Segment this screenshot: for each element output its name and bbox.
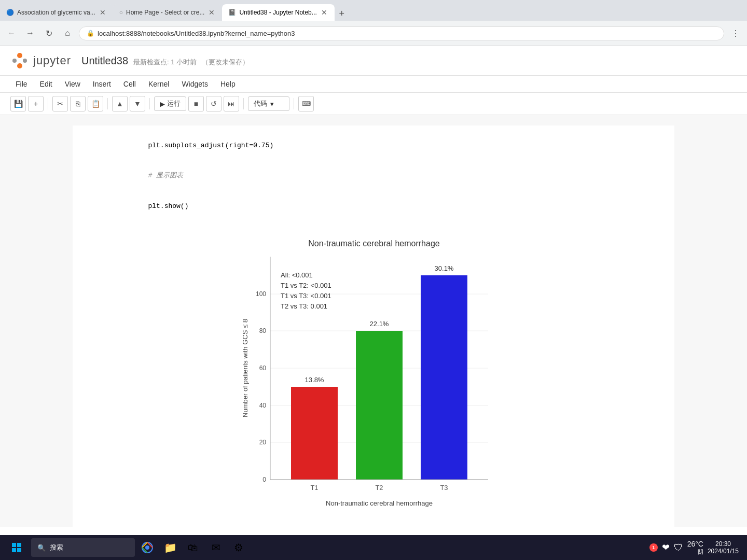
clock-date: 2024/01/15 [708, 548, 739, 555]
taskbar-app-mail[interactable]: ✉ [205, 537, 226, 558]
jupyter-brand-text: jupyter [33, 54, 71, 67]
menu-help[interactable]: Help [215, 78, 241, 90]
chart-title: Non-traumatic cerebral hemorrhage [308, 239, 440, 248]
system-tray: 1 ❤ 🛡 26°C 阴 20:30 2024/01/15 [649, 540, 743, 556]
taskbar-app-settings[interactable]: ⚙ [228, 537, 249, 558]
clock-widget[interactable]: 20:30 2024/01/15 [708, 540, 739, 555]
notebook-title[interactable]: Untitled38 [81, 55, 128, 67]
menu-file[interactable]: File [10, 78, 33, 90]
jupyter-logo-icon [10, 51, 29, 70]
bar-t1-percent: 13.8% [305, 376, 324, 384]
stat-t1t3: T1 vs T3: <0.001 [281, 292, 331, 300]
weather-widget[interactable]: 26°C 阴 [687, 540, 703, 556]
browser-tab-2[interactable]: ○ Home Page - Select or cre... ✕ [113, 4, 223, 21]
menu-insert[interactable]: Insert [88, 78, 116, 90]
reload-button[interactable]: ↻ [42, 26, 56, 40]
back-button[interactable]: ← [4, 26, 19, 40]
taskbar-app-store[interactable]: 🛍 [183, 537, 203, 558]
tab-3-close[interactable]: ✕ [320, 7, 328, 18]
stat-all: All: <0.001 [281, 271, 313, 279]
y-tick-20: 20 [259, 439, 267, 446]
menu-widgets[interactable]: Widgets [176, 78, 213, 90]
bar-t1 [291, 387, 338, 480]
notebook-title-area: Untitled38 最新检查点: 1 小时前 （更改未保存） [81, 55, 249, 67]
toolbar-separator-1 [48, 98, 48, 109]
run-icon: ▶ [160, 100, 165, 108]
address-bar[interactable]: 🔒 localhost:8888/notebooks/Untitled38.ip… [79, 26, 724, 40]
bar-t2 [356, 331, 403, 480]
tab-2-close[interactable]: ✕ [208, 7, 216, 18]
cell-type-dropdown[interactable]: 代码 ▾ [248, 96, 289, 111]
copy-button[interactable]: ⎘ [70, 96, 86, 111]
save-button[interactable]: 💾 [10, 96, 26, 111]
svg-point-3 [23, 59, 27, 63]
taskbar-app-file[interactable]: 📁 [160, 537, 181, 558]
extensions-button[interactable]: ⋮ [728, 26, 743, 40]
tab-1-label: Association of glycemic va... [17, 9, 95, 16]
bar-t3 [421, 275, 467, 480]
taskbar-app-chrome[interactable] [137, 537, 158, 558]
taskbar-search[interactable]: 🔍 搜索 [31, 538, 135, 557]
notebook-content: plt.subplots_adjust(right=0.75) # 显示图表 p… [0, 115, 747, 527]
menu-edit[interactable]: Edit [35, 78, 58, 90]
svg-point-0 [17, 53, 22, 58]
store-icon: 🛍 [188, 542, 198, 554]
code-cell-1[interactable]: plt.subplots_adjust(right=0.75) # 显示图表 p… [73, 125, 674, 527]
add-cell-button[interactable]: + [28, 96, 44, 111]
cut-button[interactable]: ✂ [52, 96, 68, 111]
home-button[interactable]: ⌂ [60, 26, 75, 40]
stat-t1t2: T1 vs T2: <0.001 [281, 282, 331, 289]
menu-view[interactable]: View [60, 78, 86, 90]
tab-1-close[interactable]: ✕ [99, 7, 107, 18]
run-button[interactable]: ▶ 运行 [154, 96, 186, 111]
restart-button[interactable]: ↺ [206, 96, 222, 111]
forward-button[interactable]: → [23, 26, 37, 40]
move-down-button[interactable]: ▼ [130, 96, 145, 111]
svg-point-17 [145, 545, 149, 550]
browser-tab-1[interactable]: 🔵 Association of glycemic va... ✕ [0, 4, 113, 21]
start-button[interactable] [4, 537, 29, 558]
bar-t2-percent: 22.1% [370, 320, 389, 328]
toolbar-separator-2 [107, 98, 108, 109]
y-tick-80: 80 [259, 327, 267, 334]
toolbar-separator-4 [243, 98, 244, 109]
keyboard-shortcuts-button[interactable]: ⌨ [298, 96, 314, 111]
cell-prompt [74, 126, 110, 226]
chart-output: Non-traumatic cerebral hemorrhage [74, 226, 674, 527]
tab-2-label: Home Page - Select or cre... [126, 9, 204, 16]
stat-t2t3: T2 vs T3: 0.001 [281, 302, 327, 310]
y-tick-60: 60 [259, 365, 267, 372]
taskbar-search-label: 搜索 [50, 543, 63, 552]
toolbar-separator-5 [294, 98, 294, 109]
paste-button[interactable]: 📋 [88, 96, 103, 111]
browser-tab-3[interactable]: 📓 Untitled38 - Jupyter Noteb... ✕ [222, 4, 334, 21]
weather-temp: 26°C [687, 540, 703, 548]
address-text: localhost:8888/notebooks/Untitled38.ipyn… [98, 30, 716, 37]
heart-icon: ❤ [662, 542, 670, 553]
new-tab-button[interactable]: + [335, 6, 349, 21]
menu-kernel[interactable]: Kernel [143, 78, 174, 90]
move-up-button[interactable]: ▲ [112, 96, 128, 111]
code-line-show: plt.show() [148, 202, 188, 210]
restart-run-button[interactable]: ⏭ [224, 96, 239, 111]
cell-input: plt.subplots_adjust(right=0.75) # 显示图表 p… [74, 126, 674, 226]
cell-code-content[interactable]: plt.subplots_adjust(right=0.75) # 显示图表 p… [110, 126, 674, 226]
unsaved-label: （更改未保存） [202, 58, 249, 67]
x-axis-label: Non-traumatic cerebral hemorrhage [326, 499, 433, 507]
file-explorer-icon: 📁 [164, 541, 177, 554]
svg-rect-15 [17, 548, 21, 552]
x-label-t3: T3 [440, 484, 448, 492]
run-label: 运行 [167, 99, 181, 108]
taskbar-apps: 📁 🛍 ✉ ⚙ [137, 537, 647, 558]
svg-rect-12 [12, 543, 16, 547]
svg-point-2 [12, 59, 17, 63]
windows-logo-icon [11, 542, 22, 553]
chart-container: Non-traumatic cerebral hemorrhage [110, 231, 638, 527]
interrupt-button[interactable]: ■ [188, 96, 204, 111]
y-tick-40: 40 [259, 402, 267, 409]
menu-cell[interactable]: Cell [118, 78, 141, 90]
bar-chart: Non-traumatic cerebral hemorrhage [239, 231, 509, 527]
svg-rect-13 [17, 543, 21, 547]
jupyter-logo: jupyter [10, 51, 71, 70]
x-label-t1: T1 [310, 484, 318, 492]
